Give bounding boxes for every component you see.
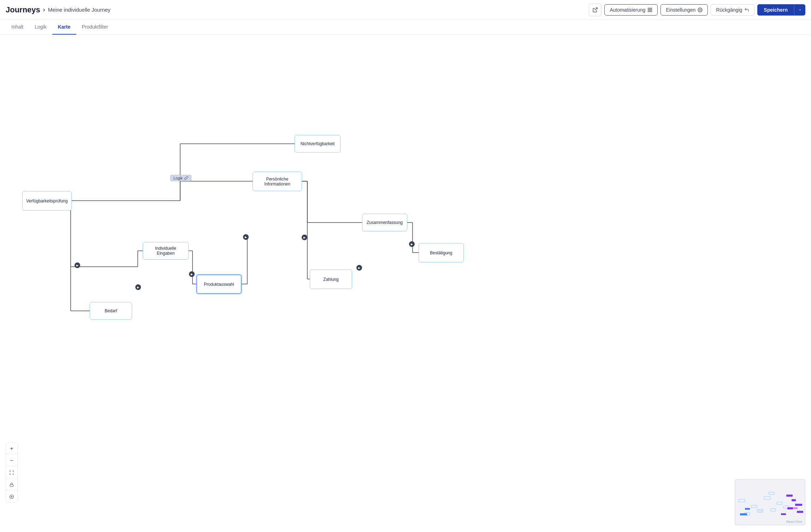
tab-logik[interactable]: Logik [29, 20, 52, 35]
node-produktauswahl-label: Produktauswahl [204, 282, 234, 287]
node-verfugbarkeit[interactable]: Verfügbarkeitsprüfung [22, 191, 72, 211]
automation-label: Automatisierung [610, 7, 645, 13]
node-bestatigung-label: Bestätigung [430, 250, 452, 255]
add-icon [9, 494, 14, 499]
node-bestatigung[interactable]: Bestätigung [419, 243, 464, 262]
header-left: Journeys › Meine individuelle Journey [6, 5, 111, 14]
svg-rect-2 [650, 8, 652, 9]
svg-rect-47 [751, 505, 757, 508]
fit-view-button[interactable] [6, 467, 17, 478]
zoom-out-button[interactable]: − [6, 455, 17, 466]
svg-rect-46 [764, 497, 770, 500]
node-nichtverfugbarkeit-label: Nichtverfügbarkeit [301, 141, 335, 146]
minimap-label: React Flow [786, 520, 802, 524]
node-bedarf-label: Bedarf [105, 308, 117, 313]
svg-rect-48 [757, 509, 763, 512]
breadcrumb-chevron: › [43, 6, 45, 13]
node-zusammenfassung[interactable]: Zusammenfassung [362, 214, 407, 231]
svg-rect-56 [787, 507, 793, 509]
node-individuelle[interactable]: Individuelle Eingaben [143, 242, 189, 260]
settings-button[interactable]: Einstellungen [661, 4, 708, 16]
undo-button[interactable]: Rückgängig [711, 4, 754, 16]
arrow-circle-2: ▶ [189, 271, 195, 277]
svg-rect-51 [777, 502, 782, 504]
svg-rect-54 [792, 499, 796, 501]
settings-icon [698, 7, 703, 12]
save-caret[interactable] [794, 5, 805, 15]
svg-rect-53 [786, 495, 793, 497]
arrow-circle-3: ▶ [75, 262, 80, 268]
automation-icon [647, 7, 652, 12]
minimap: React Flow [735, 479, 805, 525]
fit-view-icon [9, 470, 14, 475]
add-node-button[interactable] [6, 491, 17, 502]
svg-rect-40 [10, 484, 13, 486]
minimap-svg [735, 480, 805, 525]
arrow-circle-4: ▶ [135, 284, 141, 290]
arrow-circle-7: ▶ [409, 241, 415, 247]
tab-inhalt[interactable]: Inhalt [6, 20, 29, 35]
svg-rect-60 [745, 508, 750, 510]
node-zusammenfassung-label: Zusammenfassung [367, 220, 403, 225]
svg-rect-50 [770, 509, 776, 511]
save-button-group[interactable]: Speichern [757, 4, 805, 16]
caret-down-icon [798, 8, 802, 12]
svg-point-5 [700, 9, 701, 11]
node-produktauswahl[interactable]: Produktauswahl [196, 274, 242, 294]
tabs-bar: Inhalt Logik Karte Produktfilter [0, 20, 811, 35]
node-verfugbarkeit-label: Verfügbarkeitsprüfung [26, 199, 67, 203]
settings-label: Einstellungen [666, 7, 695, 13]
svg-line-0 [595, 8, 597, 10]
app-title[interactable]: Journeys [6, 5, 40, 14]
save-button[interactable]: Speichern [757, 4, 794, 16]
tab-produktfilter[interactable]: Produktfilter [76, 20, 114, 35]
lock-icon [10, 483, 14, 487]
logic-badge-label: Logik [173, 176, 183, 180]
zoom-in-button[interactable]: + [6, 443, 17, 454]
logic-badge[interactable]: Logik [170, 175, 191, 181]
svg-rect-61 [793, 507, 798, 509]
external-link-button[interactable] [589, 4, 602, 16]
node-personliche[interactable]: Persönliche Informationen [253, 172, 302, 191]
tab-karte[interactable]: Karte [52, 20, 76, 35]
breadcrumb: Meine individuelle Journey [48, 7, 111, 13]
arrow-circle-6: ▶ [356, 265, 362, 271]
zoom-controls: + − [6, 443, 18, 503]
svg-rect-59 [740, 513, 747, 515]
node-personliche-label: Persönliche Informationen [256, 177, 299, 187]
undo-icon [744, 7, 749, 12]
flow-connections [0, 35, 811, 531]
node-individuelle-label: Individuelle Eingaben [146, 246, 185, 256]
svg-rect-1 [648, 8, 650, 9]
node-nichtverfugbarkeit[interactable]: Nichtverfügbarkeit [295, 135, 341, 153]
svg-rect-45 [769, 492, 774, 495]
automation-button[interactable]: Automatisierung [604, 4, 658, 16]
flow-canvas[interactable]: ▶ ▶ ▶ ▶ ▶ ▶ ▶ Verfügbarkeitsprüfung Logi… [0, 35, 811, 531]
node-bedarf[interactable]: Bedarf [90, 302, 132, 320]
svg-rect-58 [781, 513, 786, 515]
svg-rect-44 [739, 499, 745, 502]
svg-rect-57 [797, 511, 803, 513]
svg-rect-3 [650, 10, 652, 12]
external-link-icon [592, 7, 598, 13]
node-zahlung-label: Zahlung [323, 277, 338, 282]
logic-icon [184, 176, 188, 180]
arrow-circle-1: ▶ [243, 234, 249, 240]
node-zahlung[interactable]: Zahlung [310, 270, 352, 289]
svg-rect-55 [795, 504, 802, 506]
arrow-circle-5: ▶ [302, 235, 307, 240]
header-right: Automatisierung Einstellungen Rückgängig… [589, 4, 805, 16]
header: Journeys › Meine individuelle Journey Au… [0, 0, 811, 20]
lock-button[interactable] [6, 479, 17, 490]
undo-label: Rückgängig [716, 7, 742, 13]
svg-rect-4 [648, 10, 650, 12]
